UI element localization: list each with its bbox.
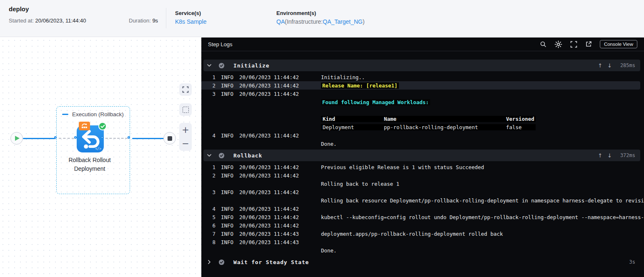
log-timestamp: 20/06/2023 11:44:42	[239, 214, 321, 220]
status-success-icon	[218, 259, 225, 265]
log-line[interactable]: 4INFO20/06/2023 11:44:42	[201, 131, 644, 140]
infrastructure-link[interactable]: QA_Target_NG	[323, 18, 363, 25]
workload-table-cell: pp-rollback-rolling-deployment	[384, 124, 506, 130]
log-level: INFO	[221, 172, 239, 179]
section-title: Rollback	[233, 152, 262, 159]
log-section-header[interactable]: Rollback↑↓372ms	[203, 150, 640, 161]
gear-icon	[554, 40, 562, 48]
environment-link[interactable]: QA	[276, 18, 285, 25]
log-timestamp: 20/06/2023 11:44:42	[239, 222, 321, 229]
zoom-out-button[interactable]: −	[179, 137, 192, 150]
log-section-body: 1INFO20/06/2023 11:44:42Initializing..2I…	[201, 71, 644, 150]
log-line[interactable]: Done.	[201, 140, 644, 148]
console-view-button[interactable]: Console View	[600, 40, 637, 48]
log-line[interactable]: Rolling back to release 1	[201, 180, 644, 188]
log-timestamp: 20/06/2023 11:44:42	[239, 91, 321, 97]
marquee-select-button[interactable]	[179, 103, 192, 116]
log-line[interactable]: 2INFO20/06/2023 11:44:42Release Name: [r…	[201, 81, 640, 90]
page-title: deploy	[9, 5, 29, 12]
line-number: 2	[201, 82, 216, 89]
workload-table-cell: Kind	[323, 116, 384, 122]
log-line[interactable]: 6INFO20/06/2023 11:44:42	[201, 221, 644, 230]
code-icon: </>	[95, 147, 101, 151]
log-line[interactable]: 8INFO20/06/2023 11:44:43	[201, 238, 644, 246]
collapse-minus-icon[interactable]	[62, 114, 68, 115]
execution-screen: deploy Started at: 20/06/2023, 11:44:40 …	[0, 0, 644, 277]
log-level: INFO	[221, 206, 239, 212]
log-line[interactable]: Deploymentpp-rollback-rolling-deployment…	[201, 123, 644, 131]
log-timestamp: 20/06/2023 11:44:42	[239, 206, 321, 212]
line-number: 4	[201, 206, 216, 212]
log-line[interactable]: 3INFO20/06/2023 11:44:42	[201, 90, 644, 98]
scroll-to-top-button[interactable]: ↑	[598, 152, 602, 159]
line-number: 3	[201, 91, 216, 97]
scroll-to-bottom-button[interactable]: ↓	[607, 152, 612, 159]
header-divider	[166, 8, 166, 28]
section-duration: 285ms	[617, 62, 635, 68]
log-line[interactable]: 2INFO20/06/2023 11:44:42	[201, 171, 644, 180]
stop-icon	[168, 136, 172, 141]
canvas-fullscreen-button[interactable]	[179, 83, 192, 96]
log-line[interactable]: KindNameVersioned	[201, 115, 644, 123]
edge-line	[23, 138, 55, 139]
search-button[interactable]	[540, 41, 546, 47]
expand-icon	[570, 41, 577, 48]
log-line[interactable]: 1INFO20/06/2023 11:44:42Initializing..	[201, 73, 644, 81]
log-level: INFO	[221, 91, 239, 97]
start-node[interactable]	[10, 132, 23, 145]
workload-table-cell: Name	[384, 116, 506, 122]
environments-label: Environment(s)	[276, 10, 365, 16]
line-number: 1	[201, 164, 216, 170]
workload-table-row: Deploymentpp-rollback-rolling-deployment…	[321, 124, 536, 130]
line-number: 3	[201, 189, 216, 195]
log-message: Rolling back to release 1	[321, 181, 644, 187]
open-in-new-tab-button[interactable]	[585, 41, 592, 47]
group-collapse-control[interactable]: Execution (Rollback)	[62, 111, 124, 117]
zoom-in-button[interactable]: +	[179, 124, 192, 136]
status-success-icon	[218, 152, 225, 159]
expand-logs-button[interactable]	[570, 41, 577, 48]
started-at: Started at: 20/06/2023, 11:44:40	[9, 17, 86, 24]
log-section-header[interactable]: Wait for Steady State3s	[203, 256, 640, 268]
log-line[interactable]: 1INFO20/06/2023 11:44:42Previous eligibl…	[201, 163, 644, 171]
log-message: Rolling back resource Deployment/pp-roll…	[321, 197, 644, 204]
success-check-icon	[98, 122, 107, 130]
log-line[interactable]: Done.	[201, 246, 644, 255]
search-icon	[540, 41, 546, 47]
line-number: 7	[201, 231, 216, 237]
log-message: Done.	[321, 247, 644, 254]
chevron-right-icon	[207, 260, 212, 265]
log-timestamp: 20/06/2023 11:44:42	[239, 164, 321, 170]
settings-button[interactable]	[554, 40, 562, 48]
log-line[interactable]: 3INFO20/06/2023 11:44:42	[201, 188, 644, 196]
scroll-to-bottom-button[interactable]: ↓	[607, 62, 612, 69]
log-line[interactable]: 7INFO20/06/2023 11:44:43deployment.apps/…	[201, 230, 644, 238]
connector-port	[74, 136, 77, 139]
log-line[interactable]: Found following Managed Workloads:	[201, 98, 644, 106]
connector-port	[101, 136, 103, 139]
duration: Duration: 9s	[129, 17, 158, 24]
pipeline-canvas[interactable]: Execution (Rollback)	[0, 37, 201, 277]
execution-group: Execution (Rollback)	[56, 106, 130, 194]
log-level: INFO	[221, 164, 239, 170]
step-node-rollback-rollout[interactable]: </>	[77, 125, 104, 152]
step-logs-panel: Step Logs	[201, 37, 644, 277]
log-level: INFO	[221, 231, 239, 237]
log-line[interactable]: 5INFO20/06/2023 11:44:42kubectl --kubeco…	[201, 213, 644, 221]
line-number: 2	[201, 172, 216, 179]
line-number: 4	[201, 132, 216, 139]
log-line[interactable]	[201, 106, 644, 115]
log-message: deployment.apps/pp-rollback-rolling-depl…	[321, 231, 644, 237]
log-line[interactable]: 4INFO20/06/2023 11:44:42	[201, 205, 644, 213]
end-node[interactable]	[163, 132, 176, 145]
rollout-badge-icon	[79, 122, 90, 130]
log-section-header[interactable]: Initialize↑↓285ms	[203, 60, 640, 71]
log-line[interactable]: Rolling back resource Deployment/pp-roll…	[201, 196, 644, 205]
environments-block: Environment(s) QA(Infrastructure:QA_Targ…	[276, 10, 365, 25]
log-sections: Initialize↑↓285ms1INFO20/06/2023 11:44:4…	[201, 51, 644, 268]
log-panel-title: Step Logs	[208, 41, 233, 47]
scroll-to-top-button[interactable]: ↑	[598, 62, 602, 69]
service-link[interactable]: K8s Sample	[175, 18, 206, 25]
connector-port	[128, 136, 130, 139]
section-duration: 3s	[617, 259, 635, 265]
